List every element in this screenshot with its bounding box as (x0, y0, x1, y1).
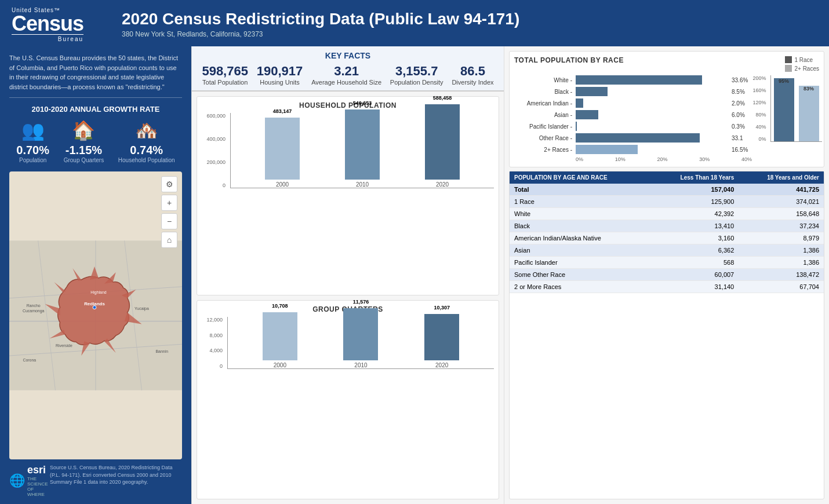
table-header-gte18: 18 Years and Older (739, 171, 824, 184)
table-cell-race: American Indian/Alaska Native (510, 232, 652, 244)
gq-bar-label-2000: 10,708 (272, 303, 288, 309)
race-bar-fill-pacific-islander (576, 122, 577, 131)
esri-footer: 🌐 esri THE SCIENCE OF WHERE Source U.S. … (9, 464, 182, 497)
household-size-label: Average Household Size (311, 79, 381, 86)
mini-y-labels: 200% 160% 120% 80% 40% 0% (752, 75, 768, 142)
x-10pct: 10% (615, 156, 626, 162)
x-30pct: 30% (699, 156, 710, 162)
group-quarters-chart: GROUP QUARTERS 12,000 8,000 4,000 0 (197, 300, 499, 499)
population-table: POPULATION BY AGE AND RACE Less Than 18 … (510, 171, 824, 293)
race-name-multiracial: 2+ Races - (514, 147, 572, 153)
race-row-american-indian: American Indian - 2.0% (514, 98, 752, 108)
race-pct-black: 8.5% (732, 89, 752, 95)
race-bar-fill-black (576, 87, 608, 96)
x-40pct: 40% (741, 156, 752, 162)
legend-1race-box (785, 56, 792, 63)
map-zoom-out-button[interactable]: − (161, 213, 177, 229)
svg-text:Corona: Corona (23, 358, 36, 362)
svg-point-8 (93, 306, 96, 309)
household-bars: 483,147 2000 546,653 (230, 113, 494, 188)
bar-label-2010: 546,653 (353, 100, 372, 106)
key-fact-diversity-index: 86.5 Diversity Index (452, 64, 493, 86)
household-y-axis: 600,000 400,000 200,000 0 (202, 113, 228, 188)
total-population-label: Total Population (202, 79, 248, 86)
legend-1race-label: 1 Race (794, 57, 813, 63)
mini-y-160: 160% (752, 87, 766, 93)
race-chart-header: TOTAL POPULATION BY RACE 1 Race 2+ Races (514, 56, 819, 72)
table-cell-gte18: 138,472 (739, 269, 824, 281)
logo-bureau: Bureau (12, 34, 83, 42)
legend-2races: 2+ Races (785, 65, 819, 72)
table-cell-lt18: 6,362 (652, 244, 739, 257)
household-icon: 🏘️ (118, 119, 175, 141)
household-size-value: 3.21 (311, 64, 381, 79)
growth-household: 🏘️ 0.74% Household Population (118, 119, 175, 163)
table-row: Asian6,3621,386 (510, 244, 824, 257)
y-label-600k: 600,000 (202, 113, 226, 119)
left-panel: The U.S. Census Bureau provides the 50 s… (0, 46, 191, 504)
housing-units-value: 190,917 (257, 64, 303, 79)
race-chart-title: TOTAL POPULATION BY RACE (514, 56, 624, 64)
key-facts-bar: KEY FACTS 598,765 Total Population 190,9… (192, 46, 504, 92)
race-bar-white (576, 75, 726, 85)
race-name-white: White - (514, 77, 572, 83)
race-bars: White - 33.6% Black - (514, 75, 752, 154)
table-cell-race: 2 or More Races (510, 281, 652, 293)
race-bar-pacific-islander (576, 122, 726, 131)
gq-bar-year-2010: 2010 (354, 362, 367, 368)
gq-bar-2000 (263, 312, 297, 360)
race-row-pacific-islander: Pacific Islander - 0.3% (514, 122, 752, 131)
svg-text:Cucamonga: Cucamonga (23, 309, 45, 313)
race-bar-fill-white (576, 75, 702, 85)
esri-brand: esri (27, 464, 48, 476)
middle-panel: KEY FACTS 598,765 Total Population 190,9… (191, 46, 504, 504)
race-bar-fill-american-indian (576, 98, 583, 108)
table-cell-lt18: 157,040 (652, 184, 739, 196)
legend-2race-label: 2+ Races (794, 65, 819, 72)
bar-group-2000: 483,147 2000 (265, 118, 300, 188)
growth-group-quarters: 🏠 -1.15% Group Quarters (64, 119, 104, 163)
key-facts-items: 598,765 Total Population 190,917 Housing… (198, 64, 498, 86)
race-name-black: Black - (514, 89, 572, 95)
table-cell-gte18: 441,725 (739, 184, 824, 196)
household-growth-label: Household Population (118, 157, 175, 163)
table-row: White42,392158,648 (510, 208, 824, 220)
table-cell-lt18: 3,160 (652, 232, 739, 244)
svg-text:Riverside: Riverside (56, 344, 72, 348)
table-cell-gte18: 374,021 (739, 196, 824, 208)
esri-tagline: THE SCIENCE OF WHERE (27, 476, 48, 497)
bar-group-2020: 588,458 2020 (425, 104, 460, 188)
gq-y-axis: 12,000 8,000 4,000 0 (202, 317, 225, 369)
gq-bar-2020 (424, 314, 459, 360)
right-panel: TOTAL POPULATION BY RACE 1 Race 2+ Races (504, 46, 829, 504)
race-bar-fill-other (576, 133, 700, 143)
header-title-area: 2020 Census Redistricting Data (Public L… (122, 10, 817, 39)
race-bar-fill-asian (576, 110, 598, 119)
key-fact-housing-units: 190,917 Housing Units (257, 64, 303, 86)
map-settings-button[interactable]: ⚙ (161, 176, 177, 192)
svg-text:Highland: Highland (90, 290, 107, 295)
mini-bar-chart: 200% 160% 120% 80% 40% 0% 95% (755, 75, 819, 162)
table-header-race: POPULATION BY AGE AND RACE (510, 171, 652, 184)
bar-2000 (265, 118, 300, 180)
diversity-index-label: Diversity Index (452, 79, 493, 86)
table-row: American Indian/Alaska Native3,1608,979 (510, 232, 824, 244)
svg-text:Rancho: Rancho (27, 304, 41, 308)
x-0pct: 0% (576, 156, 583, 162)
household-growth-value: 0.74% (118, 144, 175, 157)
mini-y-200: 200% (752, 75, 766, 81)
race-chart-section: TOTAL POPULATION BY RACE 1 Race 2+ Races (509, 51, 824, 167)
svg-text:Yucaipa: Yucaipa (134, 306, 149, 311)
mini-y-0: 0% (752, 136, 766, 142)
map-zoom-in-button[interactable]: + (161, 195, 177, 211)
y-label-0: 0 (202, 182, 226, 188)
household-population-chart: HOUSEHOLD POPULATION 600,000 400,000 200… (197, 96, 499, 295)
mini-bar-2races-bar (799, 86, 819, 141)
race-bar-asian (576, 110, 726, 119)
table-cell-race: Asian (510, 244, 652, 257)
table-row: Pacific Islander5681,386 (510, 257, 824, 269)
key-facts-title: KEY FACTS (198, 51, 498, 60)
race-name-asian: Asian - (514, 112, 572, 118)
bar-label-2000: 483,147 (273, 108, 292, 114)
map-home-button[interactable]: ⌂ (161, 232, 177, 248)
